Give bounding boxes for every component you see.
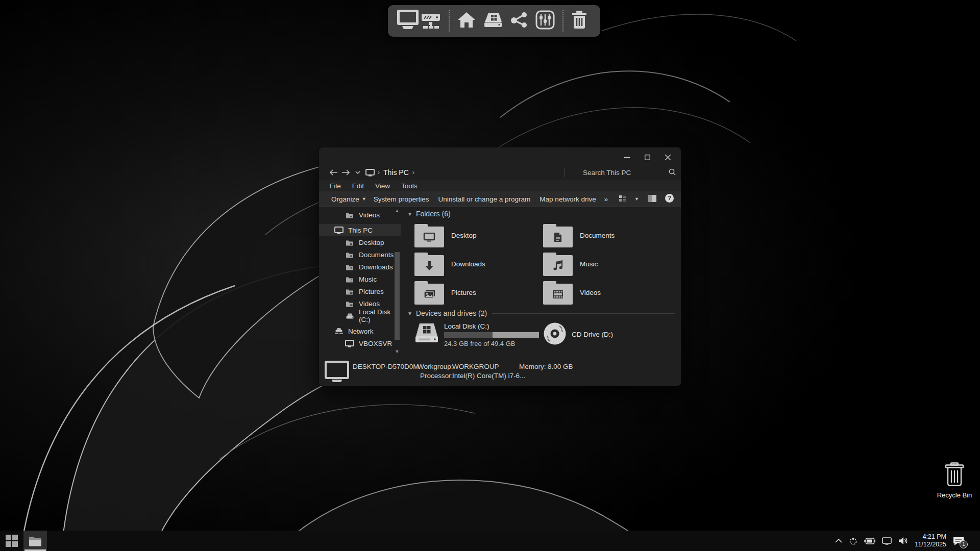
network-icon[interactable] [882, 537, 892, 545]
maximize-button[interactable] [637, 150, 657, 164]
address-bar: › This PC › Search This PC [319, 165, 681, 180]
folder-icon [345, 288, 354, 295]
sidebar-item-local-disk[interactable]: Local Disk (C:) [319, 310, 401, 322]
menu-edit[interactable]: Edit [352, 182, 364, 190]
desktop-screen: › This PC › Search This PC File Edit Vie… [0, 0, 980, 551]
sidebar-item-downloads[interactable]: Downloads [319, 261, 401, 273]
command-toolbar: Organize▼ System properties Uninstall or… [319, 191, 681, 207]
notification-icon[interactable]: 1 [953, 536, 964, 546]
sync-icon[interactable] [849, 537, 857, 545]
folder-tile-videos[interactable]: Videos [543, 278, 672, 307]
folder-icon [414, 284, 444, 305]
titlebar [319, 147, 681, 165]
sidebar-item-desktop[interactable]: Desktop [319, 236, 401, 248]
cd-drive-tile[interactable]: CD Drive (D:) [543, 321, 613, 347]
sidebar-item-vboxsvr[interactable]: VBOXSVR [319, 337, 401, 349]
sidebar-scrollbar[interactable]: ▲ ▼ [393, 207, 401, 355]
breadcrumb[interactable]: This PC [383, 168, 409, 177]
uninstall-program-button[interactable]: Uninstall or change a program [438, 195, 531, 203]
folders-grid: Desktop Documents Downloads [414, 221, 681, 307]
menu-file[interactable]: File [330, 182, 341, 190]
drive-name: CD Drive (D:) [572, 331, 613, 338]
details-pane: DESKTOP-D570D0M Workgroup: WORKGROUP Mem… [319, 359, 681, 386]
computer-icon [325, 361, 349, 385]
scrollbar-thumb[interactable] [395, 252, 400, 340]
map-network-drive-button[interactable]: Map network drive [540, 195, 596, 203]
scroll-down-icon[interactable]: ▼ [393, 348, 401, 355]
tiles-view-icon[interactable] [619, 195, 626, 204]
forward-icon[interactable] [339, 166, 352, 179]
folder-tile-pictures[interactable]: Pictures [414, 278, 543, 307]
close-button[interactable] [657, 150, 678, 164]
minimize-button[interactable] [617, 150, 637, 164]
system-properties-button[interactable]: System properties [374, 195, 429, 203]
preview-pane-icon[interactable] [648, 195, 656, 204]
dock-divider [562, 10, 564, 32]
search-input[interactable]: Search This PC [565, 168, 676, 177]
menu-view[interactable]: View [375, 182, 390, 190]
folders-section-header[interactable]: ▼ Folders (6) [407, 209, 681, 219]
drive-windows-icon[interactable] [483, 12, 503, 30]
folder-tile-music[interactable]: Music [543, 249, 672, 278]
sidebar-item-this-pc[interactable]: This PC [319, 224, 401, 236]
section-divider [492, 313, 675, 314]
sidebar-item-documents[interactable]: Documents [319, 248, 401, 261]
hard-drive-icon [414, 321, 439, 347]
mixer-icon[interactable] [535, 10, 555, 32]
menu-tools[interactable]: Tools [401, 182, 418, 190]
disk-capacity-text: 24.3 GB free of 49.4 GB [444, 340, 539, 347]
folder-icon [414, 255, 444, 276]
svg-text:♪: ♪ [350, 279, 352, 283]
chevron-up-icon[interactable] [835, 539, 842, 543]
share-icon[interactable] [510, 12, 528, 30]
sidebar-item-music[interactable]: ♪ Music [319, 273, 401, 285]
workgroup-label: Workgroup: [418, 363, 453, 370]
network-icon [334, 328, 344, 335]
view-dropdown-caret-icon[interactable]: ▼ [634, 196, 639, 202]
folder-tile-documents[interactable]: Documents [543, 221, 672, 249]
scroll-up-icon[interactable]: ▲ [393, 207, 401, 214]
speaker-icon[interactable] [898, 537, 908, 545]
cd-disc-icon [543, 322, 567, 347]
folder-tile-downloads[interactable]: Downloads [414, 249, 543, 278]
battery-icon[interactable] [864, 538, 875, 544]
back-icon[interactable] [327, 166, 339, 179]
drive-icon [345, 313, 354, 319]
clock-time: 4:21 PM [915, 533, 946, 541]
drives-row: Local Disk (C:) 24.3 GB free of 49.4 GB [414, 321, 681, 347]
recycle-bin-shortcut[interactable]: Recycle Bin [934, 462, 975, 499]
window-body: Videos This PC Desktop Documents Downloa… [319, 207, 681, 355]
sidebar-item-network[interactable]: Network [319, 325, 401, 337]
start-button[interactable] [0, 531, 23, 551]
dock-divider [449, 10, 450, 32]
folder-icon [543, 284, 573, 305]
breadcrumb-chevron-icon[interactable]: › [412, 169, 414, 176]
computer-icon [345, 340, 354, 347]
folder-icon [345, 300, 354, 307]
devices-section-header[interactable]: ▼ Devices and drives (2) [407, 308, 681, 318]
home-icon[interactable] [457, 11, 476, 31]
help-icon[interactable]: ? [665, 194, 674, 204]
sidebar-item-videos-library[interactable]: Videos [319, 209, 401, 221]
organize-button[interactable]: Organize▼ [331, 195, 366, 203]
recent-locations-chevron-icon[interactable] [352, 166, 364, 179]
local-disk-tile[interactable]: Local Disk (C:) 24.3 GB free of 49.4 GB [414, 321, 543, 347]
toolbar-overflow-button[interactable]: » [604, 195, 608, 203]
folder-icon [543, 227, 573, 247]
collapse-chevron-icon[interactable]: ▼ [407, 311, 412, 316]
collapse-chevron-icon[interactable]: ▼ [407, 211, 412, 217]
trash-icon[interactable] [571, 11, 587, 31]
drive-name: Local Disk (C:) [444, 322, 539, 330]
folder-icon [345, 252, 354, 258]
file-explorer-taskbar-button[interactable] [23, 531, 47, 551]
folder-tile-desktop[interactable]: Desktop [414, 221, 543, 249]
workgroup-value: WORKGROUP [452, 363, 499, 370]
processor-value: Intel(R) Core(TM) i7-6... [452, 372, 525, 380]
folder-icon [414, 227, 444, 247]
search-icon[interactable] [669, 168, 676, 177]
computer-server-icon[interactable] [396, 9, 441, 33]
sidebar-item-pictures[interactable]: Pictures [319, 285, 401, 297]
folder-icon [345, 239, 354, 246]
taskbar-clock[interactable]: 4:21 PM 11/12/2025 [915, 533, 946, 548]
search-placeholder: Search This PC [583, 169, 669, 177]
